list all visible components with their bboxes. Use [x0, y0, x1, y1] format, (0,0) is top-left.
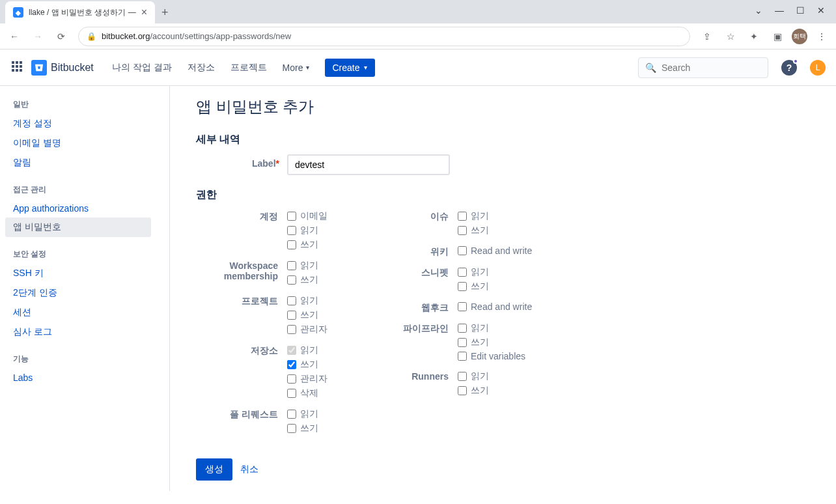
permission-option-label[interactable]: 쓰기 — [300, 359, 318, 371]
permission-option-label[interactable]: 읽기 — [300, 295, 318, 307]
permission-checkbox[interactable] — [287, 212, 296, 221]
user-avatar[interactable]: L — [810, 60, 826, 76]
permission-option-label[interactable]: 관리자 — [300, 373, 327, 385]
new-tab-button[interactable]: + — [155, 2, 175, 23]
permission-group-label: 저장소 — [196, 344, 287, 400]
permission-option-label[interactable]: 관리자 — [300, 324, 327, 335]
sidebar-item[interactable]: Labs — [5, 369, 151, 387]
permission-checkbox[interactable] — [287, 296, 296, 305]
nav-item[interactable]: More▾ — [277, 58, 314, 77]
back-button[interactable]: ← — [5, 27, 23, 46]
permission-checkbox[interactable] — [287, 240, 296, 249]
permission-checkbox[interactable] — [458, 324, 467, 333]
permission-option-label[interactable]: 쓰기 — [300, 423, 318, 434]
help-button[interactable]: ? — [781, 60, 797, 76]
address-bar[interactable]: 🔒 bitbucket.org/account/settings/app-pas… — [78, 27, 690, 46]
permission-option-label[interactable]: Edit variables — [471, 351, 525, 361]
permission-option-label[interactable]: Read and write — [471, 301, 532, 312]
create-button[interactable]: Create▾ — [325, 59, 375, 77]
create-submit-button[interactable]: 생성 — [196, 458, 232, 481]
cancel-button[interactable]: 취소 — [240, 464, 258, 475]
permission-checkbox[interactable] — [287, 424, 296, 433]
url-text: bitbucket.org/account/settings/app-passw… — [102, 31, 291, 41]
permission-option-label[interactable]: 읽기 — [471, 371, 489, 382]
permission-checkbox[interactable] — [458, 302, 467, 311]
notification-dot — [793, 59, 798, 64]
sidebar-item[interactable]: SSH 키 — [5, 264, 151, 283]
permission-checkbox[interactable] — [287, 325, 296, 334]
sidebar-item[interactable]: 이메일 별명 — [5, 133, 151, 153]
share-icon[interactable]: ⇪ — [698, 27, 716, 46]
permission-option-label[interactable]: 읽기 — [300, 344, 318, 356]
permission-checkbox[interactable] — [458, 268, 467, 277]
permission-option-label[interactable]: 읽기 — [300, 225, 318, 236]
permission-checkbox[interactable] — [458, 282, 467, 291]
nav-item[interactable]: 저장소 — [182, 58, 220, 77]
sidebar-item[interactable]: 앱 비밀번호 — [5, 217, 151, 237]
permission-option-label[interactable]: 쓰기 — [471, 385, 489, 397]
extensions-icon[interactable]: ✦ — [745, 27, 763, 46]
permission-option-label[interactable]: Read and write — [471, 245, 532, 256]
permission-option-label[interactable]: 쓰기 — [471, 225, 489, 236]
app-switcher-icon[interactable] — [10, 60, 26, 76]
sidebar-item[interactable]: 계정 설정 — [5, 114, 151, 133]
sidebar-item[interactable]: 2단계 인증 — [5, 283, 151, 303]
browser-tab[interactable]: ◆ llake / 앱 비밀번호 생성하기 — × — [5, 1, 155, 23]
permission-option: 쓰기 — [458, 384, 489, 397]
permission-option-label[interactable]: 쓰기 — [300, 309, 318, 321]
permission-checkbox[interactable] — [458, 352, 467, 361]
permission-checkbox[interactable] — [458, 212, 467, 221]
permission-option-label[interactable]: 쓰기 — [300, 274, 318, 286]
permission-checkbox[interactable] — [458, 386, 467, 395]
nav-item[interactable]: 프로젝트 — [225, 58, 272, 77]
window-minimize-icon[interactable]: ― — [775, 5, 784, 16]
browser-menu-icon[interactable]: ⋮ — [813, 27, 831, 46]
permission-checkbox[interactable] — [458, 372, 467, 381]
permission-group-label: 계정 — [196, 210, 287, 251]
permission-checkbox[interactable] — [458, 338, 467, 347]
reload-button[interactable]: ⟳ — [52, 27, 70, 46]
sidepanel-icon[interactable]: ▣ — [768, 27, 787, 46]
window-close-icon[interactable]: ✕ — [816, 5, 826, 16]
permission-option-label[interactable]: 읽기 — [471, 322, 489, 334]
permission-option: 쓰기 — [287, 273, 318, 287]
permission-checkbox[interactable] — [287, 311, 296, 320]
window-maximize-icon[interactable]: ☐ — [796, 5, 805, 16]
bookmark-icon[interactable]: ☆ — [721, 27, 740, 46]
permission-checkbox[interactable] — [458, 226, 467, 235]
search-box[interactable]: 🔍 — [638, 57, 768, 78]
permission-checkbox[interactable] — [287, 275, 296, 285]
sidebar-item[interactable]: App authorizations — [5, 199, 151, 217]
permission-checkbox[interactable] — [287, 389, 296, 398]
forward-button[interactable]: → — [29, 27, 47, 46]
permissions-heading: 권한 — [196, 188, 810, 202]
sidebar-item[interactable]: 알림 — [5, 153, 151, 173]
permission-option-label[interactable]: 쓰기 — [471, 281, 489, 292]
permission-option-label[interactable]: 읽기 — [300, 260, 318, 272]
close-tab-icon[interactable]: × — [141, 7, 147, 18]
permission-option-label[interactable]: 읽기 — [471, 266, 489, 278]
permission-option-label[interactable]: 쓰기 — [471, 337, 489, 348]
permission-group-label: 위키 — [367, 245, 458, 258]
permission-option-label[interactable]: 쓰기 — [300, 239, 318, 251]
permission-checkbox[interactable] — [458, 246, 467, 255]
permission-checkbox[interactable] — [287, 374, 296, 384]
label-input[interactable] — [287, 154, 450, 175]
permission-option-label[interactable]: 읽기 — [300, 408, 318, 420]
permission-option-label[interactable]: 이메일 — [300, 210, 327, 222]
sidebar-item[interactable]: 세션 — [5, 303, 151, 322]
permission-checkbox[interactable] — [287, 261, 296, 270]
permission-option-label[interactable]: 읽기 — [471, 210, 489, 222]
search-input[interactable] — [662, 63, 761, 73]
permission-option: 읽기 — [458, 370, 489, 383]
permission-checkbox[interactable] — [287, 226, 296, 235]
bitbucket-logo[interactable]: Bitbucket — [31, 60, 94, 76]
permission-checkbox[interactable] — [287, 410, 296, 419]
window-dropdown-icon[interactable]: ⌄ — [754, 5, 763, 16]
permission-checkbox — [287, 346, 296, 355]
permission-checkbox[interactable] — [287, 360, 296, 369]
nav-item[interactable]: 나의 작업 결과 — [107, 58, 177, 77]
sidebar-item[interactable]: 심사 로그 — [5, 322, 151, 342]
browser-profile-avatar[interactable]: 회택 — [792, 29, 807, 44]
permission-option-label[interactable]: 삭제 — [300, 387, 318, 399]
